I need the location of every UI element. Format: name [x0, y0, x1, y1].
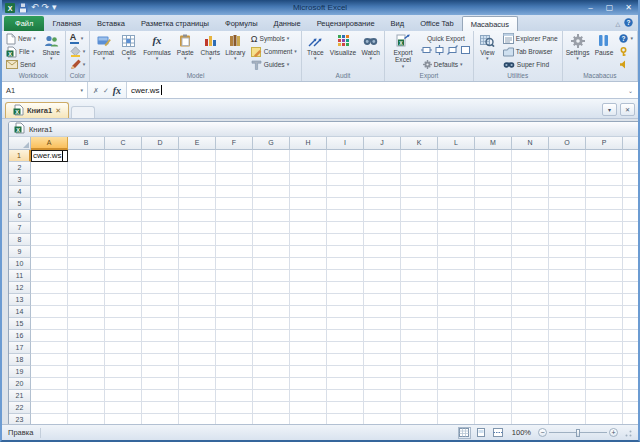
cell-L9[interactable] [438, 246, 475, 258]
cell-H11[interactable] [290, 270, 327, 282]
cell-G21[interactable] [253, 390, 290, 402]
cell-J5[interactable] [364, 198, 401, 210]
cell-I18[interactable] [327, 354, 364, 366]
cell-K11[interactable] [401, 270, 438, 282]
cell-A14[interactable] [31, 306, 68, 318]
cell-D3[interactable] [142, 174, 179, 186]
cell-L6[interactable] [438, 210, 475, 222]
cell-C14[interactable] [105, 306, 142, 318]
row-header-9[interactable]: 9 [9, 246, 31, 258]
cell-N18[interactable] [512, 354, 549, 366]
cell-J23[interactable] [364, 414, 401, 424]
cell-M9[interactable] [475, 246, 512, 258]
cell-Q18[interactable] [623, 354, 638, 366]
cell-K20[interactable] [401, 378, 438, 390]
cell-E9[interactable] [179, 246, 216, 258]
cell-I17[interactable] [327, 342, 364, 354]
cell-O4[interactable] [549, 186, 586, 198]
cell-D5[interactable] [142, 198, 179, 210]
column-header-Q[interactable]: Q [623, 137, 638, 150]
cell-I20[interactable] [327, 378, 364, 390]
export-height-icon[interactable] [434, 45, 445, 57]
formula-input[interactable]: cwer.ws [127, 82, 623, 98]
cell-B13[interactable] [68, 294, 105, 306]
cell-I10[interactable] [327, 258, 364, 270]
cell-K16[interactable] [401, 330, 438, 342]
cell-O17[interactable] [549, 342, 586, 354]
tab-list-button[interactable]: ▾ [602, 103, 617, 116]
cell-N12[interactable] [512, 282, 549, 294]
cell-F10[interactable] [216, 258, 253, 270]
cell-B10[interactable] [68, 258, 105, 270]
cell-P3[interactable] [586, 174, 623, 186]
cell-Q23[interactable] [623, 414, 638, 424]
cell-J1[interactable] [364, 150, 401, 162]
cell-N7[interactable] [512, 222, 549, 234]
cell-P5[interactable] [586, 198, 623, 210]
cell-C5[interactable] [105, 198, 142, 210]
cell-G23[interactable] [253, 414, 290, 424]
cell-B20[interactable] [68, 378, 105, 390]
cell-Q14[interactable] [623, 306, 638, 318]
cell-H21[interactable] [290, 390, 327, 402]
column-header-I[interactable]: I [327, 137, 364, 150]
cell-F22[interactable] [216, 402, 253, 414]
cell-H5[interactable] [290, 198, 327, 210]
cell-H10[interactable] [290, 258, 327, 270]
cell-K6[interactable] [401, 210, 438, 222]
cell-A9[interactable] [31, 246, 68, 258]
cell-J17[interactable] [364, 342, 401, 354]
cell-N2[interactable] [512, 162, 549, 174]
row-header-7[interactable]: 7 [9, 222, 31, 234]
cell-L21[interactable] [438, 390, 475, 402]
column-header-B[interactable]: B [68, 137, 105, 150]
cell-L15[interactable] [438, 318, 475, 330]
cell-I12[interactable] [327, 282, 364, 294]
cell-J21[interactable] [364, 390, 401, 402]
formulas-button[interactable]: fxFormulas▾ [141, 32, 172, 71]
explorer-pane-button[interactable]: Explorer Pane [501, 33, 560, 45]
cell-E14[interactable] [179, 306, 216, 318]
cell-L1[interactable] [438, 150, 475, 162]
cell-L20[interactable] [438, 378, 475, 390]
cell-A22[interactable] [31, 402, 68, 414]
minimize-ribbon-icon[interactable]: △ [615, 20, 620, 27]
cell-N1[interactable] [512, 150, 549, 162]
cell-P19[interactable] [586, 366, 623, 378]
cell-D21[interactable] [142, 390, 179, 402]
cell-C22[interactable] [105, 402, 142, 414]
cell-N23[interactable] [512, 414, 549, 424]
cell-E8[interactable] [179, 234, 216, 246]
cell-P18[interactable] [586, 354, 623, 366]
cell-E5[interactable] [179, 198, 216, 210]
minimize-button[interactable]: – [581, 1, 600, 14]
cell-D15[interactable] [142, 318, 179, 330]
row-header-5[interactable]: 5 [9, 198, 31, 210]
tab-bar-close-button[interactable]: ✕ [620, 103, 635, 116]
cell-I21[interactable] [327, 390, 364, 402]
cell-L23[interactable] [438, 414, 475, 424]
cell-Q20[interactable] [623, 378, 638, 390]
cell-Q7[interactable] [623, 222, 638, 234]
row-header-17[interactable]: 17 [9, 342, 31, 354]
cell-E10[interactable] [179, 258, 216, 270]
cell-D7[interactable] [142, 222, 179, 234]
zoom-out-button[interactable]: − [538, 428, 547, 437]
cell-M13[interactable] [475, 294, 512, 306]
save-button[interactable] [18, 2, 28, 13]
page-layout-view-button[interactable] [475, 427, 488, 439]
cell-K17[interactable] [401, 342, 438, 354]
cell-K21[interactable] [401, 390, 438, 402]
cell-E12[interactable] [179, 282, 216, 294]
insert-function-button[interactable]: fx [113, 85, 121, 96]
cell-P13[interactable] [586, 294, 623, 306]
format-button[interactable]: Format▾ [91, 32, 116, 71]
cell-B5[interactable] [68, 198, 105, 210]
cell-A23[interactable] [31, 414, 68, 424]
cell-G15[interactable] [253, 318, 290, 330]
cell-B9[interactable] [68, 246, 105, 258]
cell-Q13[interactable] [623, 294, 638, 306]
send-button[interactable]: Send [4, 58, 38, 70]
cell-B18[interactable] [68, 354, 105, 366]
cell-P14[interactable] [586, 306, 623, 318]
